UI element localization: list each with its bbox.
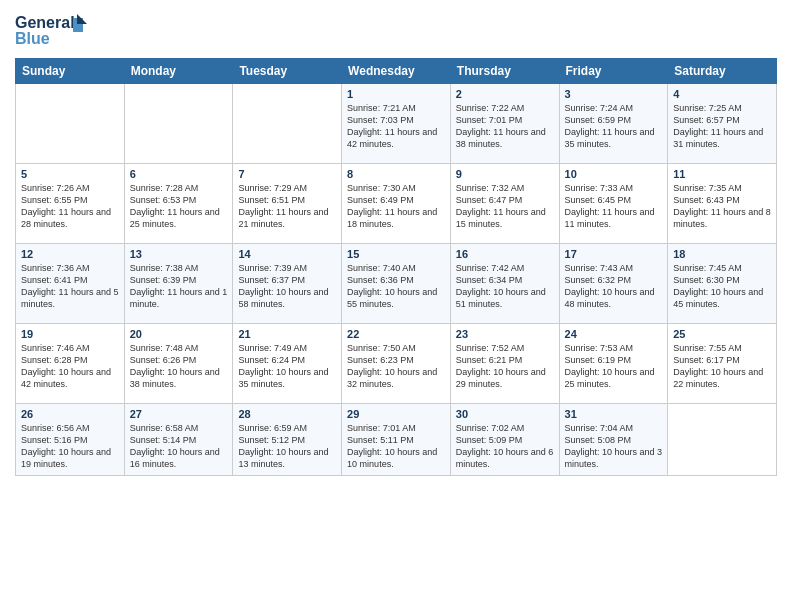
cell-content: Sunrise: 7:29 AM Sunset: 6:51 PM Dayligh… (238, 182, 336, 231)
day-number: 29 (347, 408, 445, 420)
cell-content: Sunrise: 7:52 AM Sunset: 6:21 PM Dayligh… (456, 342, 554, 391)
cell-content: Sunrise: 7:42 AM Sunset: 6:34 PM Dayligh… (456, 262, 554, 311)
calendar-cell: 3Sunrise: 7:24 AM Sunset: 6:59 PM Daylig… (559, 84, 668, 164)
calendar-cell (124, 84, 233, 164)
day-header-thursday: Thursday (450, 59, 559, 84)
cell-content: Sunrise: 7:38 AM Sunset: 6:39 PM Dayligh… (130, 262, 228, 311)
cell-content: Sunrise: 7:24 AM Sunset: 6:59 PM Dayligh… (565, 102, 663, 151)
day-header-saturday: Saturday (668, 59, 777, 84)
calendar-cell: 1Sunrise: 7:21 AM Sunset: 7:03 PM Daylig… (342, 84, 451, 164)
day-number: 13 (130, 248, 228, 260)
week-row-3: 12Sunrise: 7:36 AM Sunset: 6:41 PM Dayli… (16, 244, 777, 324)
day-number: 21 (238, 328, 336, 340)
cell-content: Sunrise: 7:55 AM Sunset: 6:17 PM Dayligh… (673, 342, 771, 391)
calendar-cell (233, 84, 342, 164)
svg-text:General: General (15, 14, 75, 31)
cell-content: Sunrise: 6:56 AM Sunset: 5:16 PM Dayligh… (21, 422, 119, 471)
cell-content: Sunrise: 7:39 AM Sunset: 6:37 PM Dayligh… (238, 262, 336, 311)
day-header-monday: Monday (124, 59, 233, 84)
day-number: 15 (347, 248, 445, 260)
cell-content: Sunrise: 7:33 AM Sunset: 6:45 PM Dayligh… (565, 182, 663, 231)
cell-content: Sunrise: 6:59 AM Sunset: 5:12 PM Dayligh… (238, 422, 336, 471)
cell-content: Sunrise: 7:48 AM Sunset: 6:26 PM Dayligh… (130, 342, 228, 391)
calendar-cell: 24Sunrise: 7:53 AM Sunset: 6:19 PM Dayli… (559, 324, 668, 404)
calendar-cell (668, 404, 777, 476)
calendar-cell: 20Sunrise: 7:48 AM Sunset: 6:26 PM Dayli… (124, 324, 233, 404)
calendar-cell: 21Sunrise: 7:49 AM Sunset: 6:24 PM Dayli… (233, 324, 342, 404)
cell-content: Sunrise: 7:04 AM Sunset: 5:08 PM Dayligh… (565, 422, 663, 471)
cell-content: Sunrise: 7:30 AM Sunset: 6:49 PM Dayligh… (347, 182, 445, 231)
day-number: 22 (347, 328, 445, 340)
calendar-cell (16, 84, 125, 164)
week-row-4: 19Sunrise: 7:46 AM Sunset: 6:28 PM Dayli… (16, 324, 777, 404)
day-number: 16 (456, 248, 554, 260)
day-number: 2 (456, 88, 554, 100)
cell-content: Sunrise: 7:28 AM Sunset: 6:53 PM Dayligh… (130, 182, 228, 231)
calendar-cell: 7Sunrise: 7:29 AM Sunset: 6:51 PM Daylig… (233, 164, 342, 244)
calendar-cell: 12Sunrise: 7:36 AM Sunset: 6:41 PM Dayli… (16, 244, 125, 324)
day-number: 25 (673, 328, 771, 340)
calendar-cell: 2Sunrise: 7:22 AM Sunset: 7:01 PM Daylig… (450, 84, 559, 164)
header-row: SundayMondayTuesdayWednesdayThursdayFrid… (16, 59, 777, 84)
day-number: 11 (673, 168, 771, 180)
cell-content: Sunrise: 7:36 AM Sunset: 6:41 PM Dayligh… (21, 262, 119, 311)
cell-content: Sunrise: 7:35 AM Sunset: 6:43 PM Dayligh… (673, 182, 771, 231)
svg-text:Blue: Blue (15, 30, 50, 47)
calendar-cell: 8Sunrise: 7:30 AM Sunset: 6:49 PM Daylig… (342, 164, 451, 244)
day-number: 6 (130, 168, 228, 180)
calendar-cell: 16Sunrise: 7:42 AM Sunset: 6:34 PM Dayli… (450, 244, 559, 324)
day-number: 7 (238, 168, 336, 180)
day-number: 17 (565, 248, 663, 260)
day-header-friday: Friday (559, 59, 668, 84)
svg-marker-3 (77, 14, 87, 24)
calendar-cell: 31Sunrise: 7:04 AM Sunset: 5:08 PM Dayli… (559, 404, 668, 476)
calendar-cell: 18Sunrise: 7:45 AM Sunset: 6:30 PM Dayli… (668, 244, 777, 324)
day-number: 8 (347, 168, 445, 180)
calendar-table: SundayMondayTuesdayWednesdayThursdayFrid… (15, 58, 777, 476)
cell-content: Sunrise: 7:53 AM Sunset: 6:19 PM Dayligh… (565, 342, 663, 391)
day-number: 27 (130, 408, 228, 420)
cell-content: Sunrise: 7:50 AM Sunset: 6:23 PM Dayligh… (347, 342, 445, 391)
week-row-2: 5Sunrise: 7:26 AM Sunset: 6:55 PM Daylig… (16, 164, 777, 244)
calendar-cell: 29Sunrise: 7:01 AM Sunset: 5:11 PM Dayli… (342, 404, 451, 476)
header: General Blue (15, 10, 777, 50)
calendar-cell: 27Sunrise: 6:58 AM Sunset: 5:14 PM Dayli… (124, 404, 233, 476)
day-number: 4 (673, 88, 771, 100)
day-number: 19 (21, 328, 119, 340)
calendar-cell: 10Sunrise: 7:33 AM Sunset: 6:45 PM Dayli… (559, 164, 668, 244)
cell-content: Sunrise: 7:26 AM Sunset: 6:55 PM Dayligh… (21, 182, 119, 231)
calendar-cell: 23Sunrise: 7:52 AM Sunset: 6:21 PM Dayli… (450, 324, 559, 404)
cell-content: Sunrise: 7:45 AM Sunset: 6:30 PM Dayligh… (673, 262, 771, 311)
day-number: 23 (456, 328, 554, 340)
calendar-cell: 11Sunrise: 7:35 AM Sunset: 6:43 PM Dayli… (668, 164, 777, 244)
cell-content: Sunrise: 7:43 AM Sunset: 6:32 PM Dayligh… (565, 262, 663, 311)
day-number: 20 (130, 328, 228, 340)
calendar-cell: 30Sunrise: 7:02 AM Sunset: 5:09 PM Dayli… (450, 404, 559, 476)
day-number: 26 (21, 408, 119, 420)
calendar-cell: 15Sunrise: 7:40 AM Sunset: 6:36 PM Dayli… (342, 244, 451, 324)
calendar-cell: 5Sunrise: 7:26 AM Sunset: 6:55 PM Daylig… (16, 164, 125, 244)
day-header-wednesday: Wednesday (342, 59, 451, 84)
day-number: 24 (565, 328, 663, 340)
cell-content: Sunrise: 7:49 AM Sunset: 6:24 PM Dayligh… (238, 342, 336, 391)
cell-content: Sunrise: 7:40 AM Sunset: 6:36 PM Dayligh… (347, 262, 445, 311)
calendar-cell: 13Sunrise: 7:38 AM Sunset: 6:39 PM Dayli… (124, 244, 233, 324)
day-number: 3 (565, 88, 663, 100)
day-number: 12 (21, 248, 119, 260)
day-number: 14 (238, 248, 336, 260)
cell-content: Sunrise: 7:21 AM Sunset: 7:03 PM Dayligh… (347, 102, 445, 151)
day-header-sunday: Sunday (16, 59, 125, 84)
logo: General Blue (15, 10, 89, 50)
day-number: 9 (456, 168, 554, 180)
day-number: 30 (456, 408, 554, 420)
day-header-tuesday: Tuesday (233, 59, 342, 84)
cell-content: Sunrise: 7:32 AM Sunset: 6:47 PM Dayligh… (456, 182, 554, 231)
day-number: 31 (565, 408, 663, 420)
calendar-cell: 14Sunrise: 7:39 AM Sunset: 6:37 PM Dayli… (233, 244, 342, 324)
cell-content: Sunrise: 7:02 AM Sunset: 5:09 PM Dayligh… (456, 422, 554, 471)
day-number: 1 (347, 88, 445, 100)
day-number: 5 (21, 168, 119, 180)
day-number: 10 (565, 168, 663, 180)
day-number: 28 (238, 408, 336, 420)
page: General Blue SundayMondayTuesdayWednesda… (0, 0, 792, 612)
